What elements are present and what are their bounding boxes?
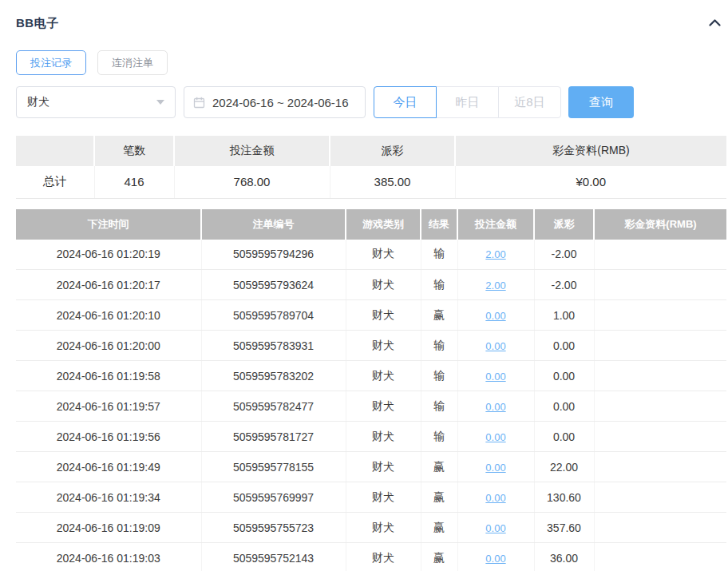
cell-bet-time: 2024-06-16 01:19:03 bbox=[16, 543, 201, 571]
summary-header-count: 笔数 bbox=[94, 136, 174, 166]
cell-game-type: 财犬 bbox=[346, 240, 421, 270]
cell-result: 输 bbox=[421, 361, 457, 391]
cell-game-type: 财犬 bbox=[346, 543, 421, 571]
bet-amount-link[interactable]: 0.00 bbox=[485, 310, 505, 322]
cell-bet-amount: 0.00 bbox=[457, 422, 534, 452]
bet-amount-link[interactable]: 0.00 bbox=[485, 553, 505, 565]
summary-total-label: 总计 bbox=[16, 166, 94, 198]
cell-bet-time: 2024-06-16 01:19:49 bbox=[16, 452, 201, 482]
cell-bet-amount: 0.00 bbox=[457, 452, 534, 482]
table-row: 2024-06-16 01:20:175059595793624财犬输2.00-… bbox=[16, 270, 726, 300]
cell-payout: 0.00 bbox=[534, 391, 594, 422]
cell-game-type: 财犬 bbox=[346, 270, 421, 300]
cell-order-number: 5059595783202 bbox=[201, 361, 346, 391]
cell-game-type: 财犬 bbox=[346, 452, 421, 482]
bet-amount-link[interactable]: 0.00 bbox=[485, 401, 505, 413]
bet-amount-link[interactable]: 0.00 bbox=[485, 340, 505, 352]
cell-bet-time: 2024-06-16 01:19:56 bbox=[16, 422, 201, 452]
today-button[interactable]: 今日 bbox=[374, 86, 437, 118]
bet-records-panel: BB电子 投注记录 连消注单 财犬 今日 昨日 近8日 查询 bbox=[0, 0, 728, 571]
summary-header-payout: 派彩 bbox=[330, 136, 455, 166]
last-8-days-button[interactable]: 近8日 bbox=[498, 86, 561, 118]
cell-game-type: 财犬 bbox=[346, 513, 421, 543]
bet-amount-link[interactable]: 2.00 bbox=[485, 280, 505, 291]
table-row: 2024-06-16 01:19:565059595781727财犬输0.000… bbox=[16, 422, 726, 452]
cell-bet-amount: 0.00 bbox=[457, 391, 534, 422]
cell-order-number: 5059595783931 bbox=[201, 331, 346, 361]
table-row: 2024-06-16 01:19:585059595783202财犬输0.000… bbox=[16, 361, 726, 391]
panel-header: BB电子 bbox=[16, 16, 726, 31]
cell-bet-time: 2024-06-16 01:19:34 bbox=[16, 482, 201, 513]
bet-amount-link[interactable]: 2.00 bbox=[485, 248, 505, 260]
cell-bonus bbox=[594, 391, 726, 422]
summary-table: 笔数 投注金额 派彩 彩金资料(RMB) 总计 416 768.00 385.0… bbox=[16, 136, 726, 199]
summary-header-empty bbox=[16, 136, 94, 166]
cell-result: 输 bbox=[421, 391, 457, 422]
chevron-up-icon bbox=[708, 18, 722, 30]
table-row: 2024-06-16 01:19:495059595778155财犬赢0.002… bbox=[16, 452, 726, 482]
cell-bet-time: 2024-06-16 01:20:17 bbox=[16, 270, 201, 300]
search-button[interactable]: 查询 bbox=[568, 86, 634, 118]
records-header-order-number: 注单编号 bbox=[201, 209, 346, 240]
game-select[interactable]: 财犬 bbox=[16, 86, 176, 118]
bet-amount-link[interactable]: 0.00 bbox=[485, 431, 505, 443]
records-header-result: 结果 bbox=[421, 209, 457, 240]
summary-total-bonus: ¥0.00 bbox=[455, 166, 726, 198]
cell-payout: 36.00 bbox=[534, 543, 594, 571]
cell-order-number: 5059595789704 bbox=[201, 300, 346, 331]
cell-bet-amount: 0.00 bbox=[457, 543, 534, 571]
cell-payout: 0.00 bbox=[534, 422, 594, 452]
chevron-down-icon bbox=[156, 100, 164, 105]
summary-total-payout: 385.00 bbox=[330, 166, 455, 198]
cell-payout: 0.00 bbox=[534, 361, 594, 391]
cell-order-number: 5059595755723 bbox=[201, 513, 346, 543]
date-range-input[interactable] bbox=[212, 96, 356, 109]
cell-bet-time: 2024-06-16 01:20:00 bbox=[16, 331, 201, 361]
records-header-payout: 派彩 bbox=[534, 209, 594, 240]
table-row: 2024-06-16 01:19:575059595782477财犬输0.000… bbox=[16, 391, 726, 422]
table-row: 2024-06-16 01:20:105059595789704财犬赢0.001… bbox=[16, 300, 726, 331]
records-header-row: 下注时间 注单编号 游戏类别 结果 投注金额 派彩 彩金资料(RMB) bbox=[16, 209, 726, 240]
bet-amount-link[interactable]: 0.00 bbox=[485, 522, 505, 534]
cell-result: 输 bbox=[421, 331, 457, 361]
records-header-bet-amount: 投注金额 bbox=[457, 209, 534, 240]
cell-order-number: 5059595752143 bbox=[201, 543, 346, 571]
cell-game-type: 财犬 bbox=[346, 331, 421, 361]
summary-total-row: 总计 416 768.00 385.00 ¥0.00 bbox=[16, 166, 726, 198]
cell-order-number: 5059595781727 bbox=[201, 422, 346, 452]
collapse-panel-button[interactable] bbox=[706, 16, 723, 31]
cell-result: 赢 bbox=[421, 513, 457, 543]
yesterday-button[interactable]: 昨日 bbox=[436, 86, 499, 118]
records-header-bonus: 彩金资料(RMB) bbox=[594, 209, 726, 240]
calendar-icon bbox=[193, 97, 205, 109]
page-title: BB电子 bbox=[16, 16, 59, 31]
cell-game-type: 财犬 bbox=[346, 391, 421, 422]
cell-order-number: 5059595782477 bbox=[201, 391, 346, 422]
cell-bet-amount: 2.00 bbox=[457, 270, 534, 300]
cell-game-type: 财犬 bbox=[346, 300, 421, 331]
cell-bet-time: 2024-06-16 01:19:57 bbox=[16, 391, 201, 422]
bet-amount-link[interactable]: 0.00 bbox=[485, 371, 505, 383]
records-table: 下注时间 注单编号 游戏类别 结果 投注金额 派彩 彩金资料(RMB) 2024… bbox=[16, 209, 726, 571]
cell-payout: 0.00 bbox=[534, 331, 594, 361]
table-row: 2024-06-16 01:19:035059595752143财犬赢0.003… bbox=[16, 543, 726, 571]
cell-order-number: 5059595794296 bbox=[201, 240, 346, 270]
cell-result: 输 bbox=[421, 422, 457, 452]
cell-result: 输 bbox=[421, 240, 457, 270]
bet-amount-link[interactable]: 0.00 bbox=[485, 462, 505, 474]
summary-header-bonus: 彩金资料(RMB) bbox=[455, 136, 726, 166]
cell-game-type: 财犬 bbox=[346, 482, 421, 513]
cell-bonus bbox=[594, 452, 726, 482]
cell-result: 赢 bbox=[421, 482, 457, 513]
tab-bet-records[interactable]: 投注记录 bbox=[16, 50, 86, 75]
cell-result: 赢 bbox=[421, 452, 457, 482]
date-quick-buttons: 今日 昨日 近8日 bbox=[374, 86, 561, 118]
cell-bet-amount: 0.00 bbox=[457, 331, 534, 361]
date-range-picker[interactable] bbox=[184, 86, 366, 118]
tab-cancelled-orders[interactable]: 连消注单 bbox=[97, 50, 168, 75]
cell-payout: 22.00 bbox=[534, 452, 594, 482]
cell-payout: 357.60 bbox=[534, 513, 594, 543]
cell-bet-amount: 2.00 bbox=[457, 240, 534, 270]
cell-payout: 1.00 bbox=[534, 300, 594, 331]
bet-amount-link[interactable]: 0.00 bbox=[485, 492, 505, 504]
